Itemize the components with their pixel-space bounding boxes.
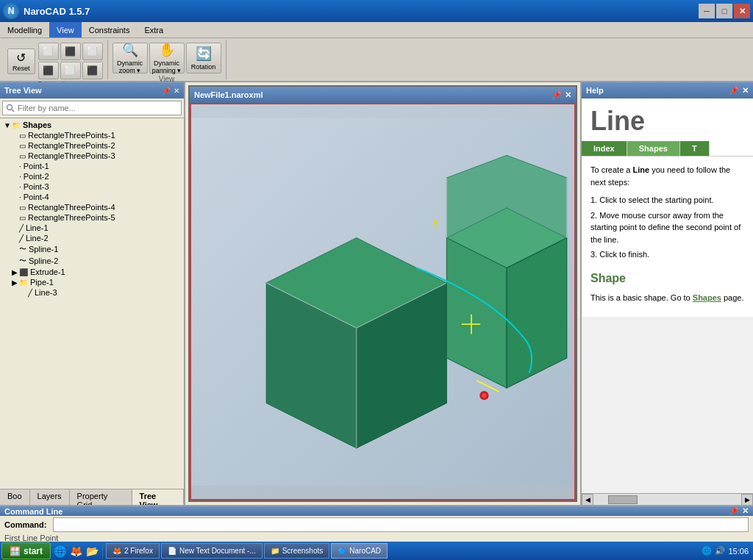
tree-node-point1[interactable]: · Point-1 — [1, 161, 182, 171]
taskbar-item-narocad[interactable]: 🔷 NaroCAD — [331, 543, 388, 559]
tree-node-pipe1[interactable]: ▶ 📁 Pipe-1 — [1, 277, 182, 287]
extrude1-label: Extrude-1 — [30, 268, 65, 276]
rect1-label: RectangleThreePoints-1 — [28, 131, 115, 140]
help-scroll-left[interactable]: ◀ — [582, 494, 593, 506]
tree-node-point3[interactable]: · Point-3 — [1, 182, 182, 192]
minimize-button[interactable]: ─ — [699, 4, 715, 18]
dynamic-zoom-button[interactable]: 🔍 Dynamiczoom ▾ — [113, 43, 148, 73]
taskbar-right: 🌐 🔊 15:06 — [702, 546, 752, 556]
tree-node-line1[interactable]: ╱ Line-1 — [1, 223, 182, 233]
tree-content: ▼ 📁 Shapes ▭ RectangleThreePoints-1 ▭ Re… — [0, 118, 184, 489]
expand-icon-extrude[interactable]: ▶ — [10, 268, 19, 276]
tree-node-extrude1[interactable]: ▶ ⬛ Extrude-1 — [1, 267, 182, 277]
tree-node-point4[interactable]: · Point-4 — [1, 192, 182, 202]
help-body: To create a Line you need to follow the … — [582, 157, 753, 317]
panels-row: Tree View 📌 ✕ ▼ 📁 Shapes ▭ Rectangle — [0, 82, 753, 505]
help-scrollbar-thumb[interactable] — [608, 495, 638, 504]
taskbar-item-textdoc[interactable]: 📄 New Text Document -... — [161, 543, 263, 559]
taskbar-item-firefox[interactable]: 🦊 2 Firefox — [106, 543, 160, 559]
taskbar-icon-vol: 🔊 — [715, 546, 725, 556]
command-line-panel: Command Line 📌 ✕ Command: First Line Poi… — [0, 505, 753, 542]
rotation-button[interactable]: 🔄 Rotation — [186, 43, 221, 73]
point2-label: Point-2 — [24, 172, 49, 181]
tree-search-input[interactable] — [2, 101, 182, 115]
reset-button[interactable]: ↺ Reset — [7, 49, 35, 74]
menu-extra[interactable]: Extra — [137, 22, 171, 37]
menu-view[interactable]: View — [49, 22, 82, 37]
tab-boo[interactable]: Boo — [0, 489, 30, 505]
tree-node-spline2[interactable]: 〜 Spline-2 — [1, 255, 182, 267]
orient-btn-1[interactable]: ⬜ — [38, 43, 59, 60]
3d-viewport[interactable]: Y — [190, 103, 576, 500]
tab-property-grid[interactable]: Property Grid — [70, 489, 132, 505]
help-tab-shapes[interactable]: Shapes — [627, 141, 680, 156]
doc-close-button[interactable]: ✕ — [565, 90, 571, 100]
menu-constraints[interactable]: Constraints — [82, 22, 138, 37]
help-step-3: 3. Click to finish. — [590, 248, 744, 261]
line3-label: Line-3 — [35, 288, 57, 297]
rect-icon-1: ▭ — [19, 132, 26, 140]
menu-modelling[interactable]: Modelling — [0, 22, 49, 37]
view-section: 🔍 Dynamiczoom ▾ ✋ Dynamicpanning ▾ 🔄 Rot… — [108, 40, 226, 79]
doc-pin-button[interactable]: 📌 — [552, 90, 562, 100]
extrude-icon: ⬛ — [19, 268, 28, 276]
help-close-button[interactable]: ✕ — [742, 86, 749, 96]
tree-node-shapes[interactable]: ▼ 📁 Shapes — [1, 120, 182, 130]
tab-tree-view[interactable]: Tree View — [132, 489, 184, 505]
tree-close-button[interactable]: ✕ — [174, 87, 179, 95]
textdoc-icon: 📄 — [168, 547, 176, 555]
tree-pin-button[interactable]: 📌 — [162, 87, 171, 95]
quick-btn-3[interactable]: 📂 — [85, 544, 99, 559]
svg-point-18 — [482, 393, 486, 398]
expand-icon-pipe[interactable]: ▶ — [10, 278, 19, 287]
quick-btn-1[interactable]: 🌐 — [52, 544, 67, 559]
help-scrollbar-track[interactable] — [593, 494, 741, 505]
narocad-label: NaroCAD — [349, 547, 381, 555]
tree-node-line3[interactable]: ╱ Line-3 — [1, 287, 182, 298]
start-button[interactable]: 🪟 start — [1, 542, 51, 559]
tree-view-titlebar: Tree View 📌 ✕ — [0, 82, 184, 98]
taskbar-item-screenshots[interactable]: 📁 Screenshots — [264, 543, 330, 559]
command-label: Command: — [4, 520, 49, 529]
maximize-button[interactable]: □ — [716, 4, 732, 18]
cmdline-pin-button[interactable]: 📌 — [729, 506, 739, 516]
tab-layers[interactable]: Layers — [30, 489, 70, 505]
tree-node-rect3[interactable]: ▭ RectangleThreePoints-3 — [1, 151, 182, 161]
help-shape-text: This is a basic shape. Go to Shapes page… — [590, 292, 744, 304]
command-line-titlebar: Command Line 📌 ✕ — [0, 506, 753, 516]
help-tab-index[interactable]: Index — [582, 141, 627, 156]
line-icon-1: ╱ — [19, 224, 24, 232]
line1-label: Line-1 — [26, 223, 49, 232]
help-scrollbar[interactable]: ◀ ▶ — [582, 493, 753, 505]
tree-node-rect2[interactable]: ▭ RectangleThreePoints-2 — [1, 140, 182, 151]
quick-btn-2[interactable]: 🦊 — [68, 544, 83, 559]
tree-node-rect4[interactable]: ▭ RectangleThreePoints-4 — [1, 202, 182, 212]
command-input[interactable] — [53, 517, 749, 532]
help-pin-button[interactable]: 📌 — [729, 86, 739, 96]
firefox-label: 2 Firefox — [124, 547, 153, 555]
firefox-icon: 🦊 — [113, 547, 121, 555]
orient-btn-6[interactable]: ⬛ — [82, 62, 103, 79]
rect-icon-4: ▭ — [19, 204, 26, 212]
dynamic-panning-button[interactable]: ✋ Dynamicpanning ▾ — [149, 43, 185, 73]
tree-node-rect5[interactable]: ▭ RectangleThreePoints-5 — [1, 212, 182, 223]
point4-label: Point-4 — [24, 193, 49, 201]
orient-btn-4[interactable]: ⬛ — [38, 62, 59, 79]
tree-node-spline1[interactable]: 〜 Spline-1 — [1, 243, 182, 255]
help-tab-third[interactable]: T — [680, 141, 710, 156]
close-button[interactable]: ✕ — [734, 4, 750, 18]
help-scroll-right[interactable]: ▶ — [741, 494, 753, 506]
expand-icon-shapes[interactable]: ▼ — [3, 121, 12, 129]
tree-node-rect1[interactable]: ▭ RectangleThreePoints-1 — [1, 130, 182, 140]
help-shapes-link[interactable]: Shapes — [693, 293, 721, 302]
orientation-section: ↺ Reset ⬜ ⬛ ⬜ ⬛ ⬜ ⬛ Orientation — [3, 40, 108, 79]
orient-btn-3[interactable]: ⬜ — [82, 43, 103, 60]
help-step-1: 1. Click to select the starting point. — [590, 194, 744, 207]
point1-label: Point-1 — [24, 162, 49, 170]
orient-btn-2[interactable]: ⬛ — [60, 43, 81, 60]
help-shape-heading: Shape — [590, 270, 744, 287]
cmdline-close-button[interactable]: ✕ — [742, 506, 749, 516]
tree-node-point2[interactable]: · Point-2 — [1, 171, 182, 182]
orient-btn-5[interactable]: ⬜ — [60, 62, 81, 79]
tree-node-line2[interactable]: ╱ Line-2 — [1, 233, 182, 243]
